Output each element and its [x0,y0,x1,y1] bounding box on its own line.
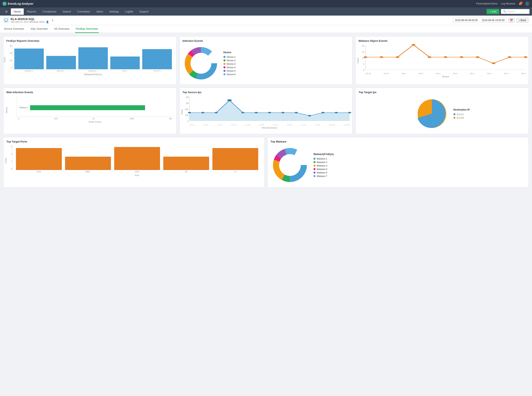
demo-label[interactable]: Personalized Demo [476,2,498,5]
chart-row-3: Top Target Ports 3210 Count 1433 8863 10… [3,137,529,187]
nav-left: ⊞ Home Reports Compliance Search Correla… [2,8,151,15]
device-os: Windows 2019 [29,21,44,23]
sub-nav-iis-overview[interactable]: IIS Overview [53,25,70,33]
top-target-ips-card: Top Target Ips Destination IP 1.1.1.1 1.… [355,88,529,134]
svg-point-42 [308,115,311,116]
web-bar-row: Device-1 [17,105,173,111]
svg-point-43 [321,112,324,113]
svg-point-19 [412,44,415,46]
legend-device2: Device-2 [223,59,235,62]
ports-y-axis: 3210 [6,146,12,170]
device-header: ELA-W2019-SQL 192.168.111.123 | Windows … [0,16,532,25]
top-malware-legend-title: Malware(FireEye) [314,153,334,156]
nav-item-home[interactable]: Home [11,8,24,15]
svg-marker-32 [189,100,350,121]
fireeye-x-labels: Malware-1 Http serv... Hypertext... Ssl/… [12,70,173,72]
fireeye-reports-title: FireEye Reports Overview [6,39,173,42]
target-ips-legend: Destination IP 1.1.1.1 1.1.1.3 [453,108,470,119]
svg-point-20 [428,56,431,58]
log-receiver-label[interactable]: Log Receiver [501,2,515,5]
top-source-ips-title: Top Source Ips [183,91,350,94]
chart-row-2: Web Infection Events Device Device-1 010… [3,88,529,134]
sub-nav-device-overview[interactable]: Device Overview [3,25,25,33]
top-malware-legend: Malware(FireEye) Malware-1 Malware-2 Mal… [314,153,334,177]
search-box[interactable]: 🔍 Search [501,9,530,14]
svg-point-44 [335,112,338,113]
infection-events-card: Infection Events Device Device-1 Device-… [179,36,353,85]
legend-ip1: 1.1.1.1 [453,113,470,116]
infection-donut-container: Device Device-1 Device-2 Device-3 Device… [183,45,350,82]
source-area-svg [189,96,350,123]
web-y-title: Device [6,107,8,113]
ports-y-title: Count [5,158,7,163]
svg-point-23 [476,56,479,58]
dropdown-icon[interactable]: ▼ [51,19,54,22]
nav-item-settings[interactable]: Settings [106,8,122,15]
web-bar-fill [30,105,145,110]
back-button[interactable]: ‹ Back [516,18,529,23]
nav-item-compliance[interactable]: Compliance [40,8,59,15]
legend-device3: Device-3 [223,63,235,65]
svg-point-53 [279,154,301,176]
user-icon: 👤 [46,21,49,23]
nav-bar: ⊞ Home Reports Compliance Search Correla… [0,7,532,16]
top-target-ports-title: Top Target Ports [6,140,262,143]
calendar-button[interactable]: 📅 [508,18,515,23]
logo-icon [2,2,6,6]
svg-point-39 [268,112,271,113]
date-range[interactable]: 2019-08-06 00:00:00 → 2019-08-06 16:05:0… [453,18,506,23]
svg-point-22 [460,56,463,58]
ports-bars [12,146,262,170]
legend-malware6: Malware-6 [314,171,334,174]
malware-object-title: Malware Object Events [359,39,526,42]
web-x-labels: 01001K100K1M [17,117,173,120]
top-target-ips-title: Top Target Ips [359,91,526,94]
bar-hypertext [78,47,108,69]
infection-legend-title: Device [223,51,235,54]
back-label: Back [521,19,526,22]
web-hbar-area: Device-1 [17,96,173,117]
sub-nav-sql-overview[interactable]: SQL Overview [30,25,48,33]
top-malware-card: Top Malware Malware(FireEye) Malware-1 M… [267,137,529,187]
device-right: 2019-08-06 00:00:00 → 2019-08-06 16:05:0… [453,18,529,23]
avatar[interactable]: 👤 [525,1,530,6]
malware-y-title: Count [357,58,359,64]
bar-ssl [110,57,140,69]
nav-item-reports[interactable]: Reports [24,8,39,15]
nav-grid-icon[interactable]: ⊞ [2,8,11,15]
bar-server5 [142,49,172,69]
port-bar-21 [212,148,258,170]
bar-malware1 [14,48,44,69]
infection-events-title: Infection Events [183,39,350,42]
add-button[interactable]: + Add [486,9,499,14]
nav-item-search[interactable]: Search [60,8,74,15]
infection-donut-svg [183,45,219,82]
ports-x-title: Port [12,174,262,176]
notification-bell[interactable]: 🔔 2 [519,2,522,5]
svg-point-38 [255,112,257,113]
nav-item-logme[interactable]: LogMe [122,8,136,15]
app-logo: EventLog Analyzer [2,2,34,6]
svg-point-25 [508,56,512,58]
avatar-icon: 👤 [526,2,529,5]
nav-item-support[interactable]: Support [137,8,152,15]
svg-point-21 [444,56,447,58]
nav-item-alerts[interactable]: Alerts [93,8,106,15]
infection-legend: Device Device-1 Device-2 Device-3 Device… [223,51,235,76]
device-sub: 192.168.111.123 | Windows 2019 | 👤 [11,21,49,23]
sub-nav-fireeye-overview[interactable]: FireEye Overview [75,25,99,33]
svg-point-18 [396,56,399,58]
legend-malware1: Malware-1 [314,157,334,160]
legend-malware5: Malware-5 [314,168,334,170]
source-y-title: Count [181,109,183,115]
source-y-axis: 2M1M50K10K0 [183,96,189,122]
search-placeholder: Search [507,10,515,13]
legend-device5: Device-5 [223,70,235,72]
fireeye-reports-card: FireEye Reports Overview 6040200 Count M… [3,36,177,85]
port-bar-8863 [65,157,111,170]
svg-point-37 [241,112,244,113]
top-source-ips-card: Top Source Ips 2M1M50K10K0 Count [179,88,353,134]
nav-item-correlation[interactable]: Correlation [74,8,93,15]
top-bar-right: Personalized Demo Log Receiver 🔔 2 👤 [476,1,530,6]
fireeye-y-title: Count [4,57,6,63]
